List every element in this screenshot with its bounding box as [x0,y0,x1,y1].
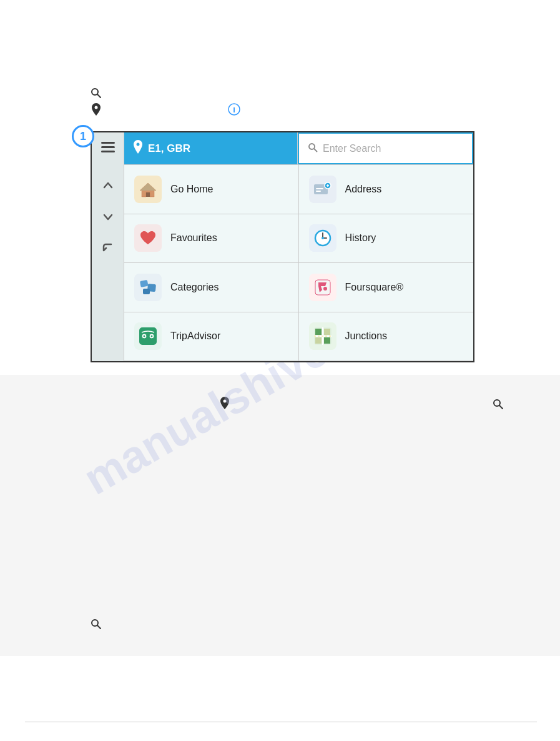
go-home-icon [134,176,162,203]
menu-item-address[interactable]: Address [299,165,474,214]
svg-text:i: i [233,105,235,114]
menu-item-go-home[interactable]: Go Home [124,165,299,214]
address-icon [309,176,336,203]
svg-rect-35 [324,337,330,344]
step-badge: 1 [72,125,94,147]
svg-point-30 [151,336,153,337]
svg-point-39 [224,400,227,403]
foursquare-icon [309,274,336,301]
go-home-label: Go Home [170,184,213,195]
bottom-divider [25,722,537,722]
header-row: E1, GBR Enter Search [124,132,473,165]
map-pin-bottom-icon [220,397,229,412]
svg-rect-21 [140,280,149,287]
scroll-up-button[interactable] [96,174,120,197]
back-button[interactable] [96,236,120,260]
location-pin-icon [133,140,143,157]
svg-rect-15 [316,188,323,189]
menu-line-2 [101,146,115,148]
svg-rect-34 [315,337,322,344]
bottom-search-icon[interactable] [91,619,102,633]
svg-rect-16 [316,191,321,192]
menu-item-favourites[interactable]: Favourites [124,214,299,264]
map-search-bottom-icon[interactable] [493,399,504,413]
tripadvisor-label: TripAdvisor [170,331,220,342]
menu-item-foursquare[interactable]: Foursquare® [299,263,474,312]
svg-rect-23 [143,289,150,294]
junctions-label: Junctions [345,331,388,342]
search-placeholder: Enter Search [323,143,381,154]
svg-point-2 [95,106,98,109]
top-pin-icon [92,103,101,118]
menu-item-categories[interactable]: Categories [124,263,299,312]
svg-rect-32 [315,329,322,335]
categories-label: Categories [170,282,219,293]
svg-rect-9 [146,192,150,197]
search-bar[interactable]: Enter Search [298,132,473,164]
tripadvisor-icon [134,322,162,350]
history-icon [309,224,336,252]
svg-point-5 [137,143,140,146]
svg-marker-10 [140,183,156,191]
foursquare-label: Foursquare® [345,282,404,293]
menu-item-tripadvisor[interactable]: TripAdvisor [124,312,299,362]
panel-main-content: E1, GBR Enter Search [124,132,473,361]
svg-point-20 [322,237,324,239]
top-info-icon: i [228,103,240,119]
menu-line-3 [101,151,115,152]
scroll-down-button[interactable] [96,205,120,229]
svg-line-41 [499,405,503,409]
menu-button[interactable] [97,137,119,156]
favourites-icon [134,224,162,252]
menu-grid: Go Home Address [124,165,473,361]
svg-rect-33 [324,329,330,335]
junctions-icon [309,322,336,350]
svg-point-25 [323,287,327,291]
svg-line-43 [97,625,101,629]
location-bar[interactable]: E1, GBR [124,132,298,164]
menu-item-junctions[interactable]: Junctions [299,312,474,362]
categories-icon [134,274,162,301]
location-text: E1, GBR [148,142,190,155]
map-area [0,375,560,656]
history-label: History [345,232,376,244]
top-search-icon[interactable] [91,87,102,102]
favourites-label: Favourites [170,232,217,244]
svg-line-7 [314,149,317,152]
svg-point-29 [144,336,145,337]
svg-rect-24 [315,280,330,295]
address-label: Address [345,184,382,195]
menu-line-1 [101,142,115,144]
sidebar [92,132,124,361]
menu-item-history[interactable]: History [299,214,474,264]
svg-line-1 [97,94,101,97]
search-icon [308,142,318,155]
navigation-panel: E1, GBR Enter Search [91,131,474,362]
